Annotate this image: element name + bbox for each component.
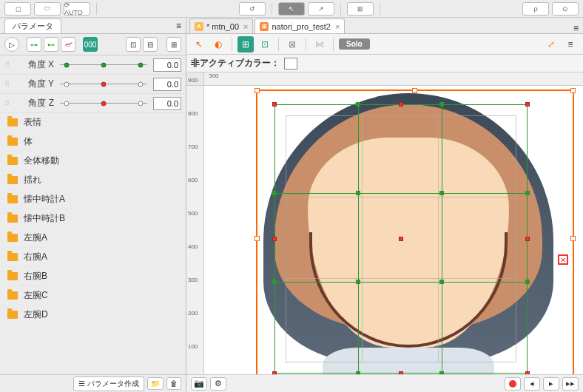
prev-icon[interactable]: ◂ bbox=[524, 377, 540, 391]
param-row-angle-x[interactable]: ⠿ 角度 X 0.0 bbox=[0, 55, 186, 75]
file-tab[interactable]: A * mtn_00 × bbox=[189, 18, 253, 33]
folder-item[interactable]: 左腕D bbox=[0, 305, 186, 325]
key-add-icon[interactable]: ⊶ bbox=[27, 37, 41, 52]
canvas-bottom-bar: 📷 ⚙ ◂ ▸ ▸▸ bbox=[186, 374, 583, 392]
inactive-color-label: 非アクティブカラー： bbox=[191, 57, 280, 70]
folder-item[interactable]: 表情 bbox=[0, 113, 186, 132]
toolbar-icon[interactable]: ⊞ bbox=[166, 37, 181, 52]
param-row-angle-y[interactable]: ⠿ 角度 Y 0.0 bbox=[0, 75, 186, 94]
auto-button[interactable]: ⟳ AUTO bbox=[64, 2, 90, 16]
folder-icon bbox=[7, 138, 18, 146]
folder-list: 表情 体 全体移動 揺れ 懐中時計A 懐中時計B 左腕A 右腕A 右腕B 左腕C… bbox=[0, 113, 186, 374]
folder-button[interactable]: 📁 bbox=[147, 377, 164, 390]
param-slider[interactable] bbox=[57, 59, 150, 71]
panel-menu-icon[interactable]: ≡ bbox=[176, 21, 181, 31]
next-icon[interactable]: ▸▸ bbox=[562, 377, 579, 391]
create-parameter-button[interactable]: ☰ パラメータ作成 bbox=[73, 376, 144, 391]
toolbar-button[interactable]: ↗ bbox=[308, 2, 334, 16]
lasso-tool-icon[interactable]: ◐ bbox=[210, 36, 226, 53]
folder-item[interactable]: 左腕C bbox=[0, 286, 186, 305]
close-icon[interactable]: × bbox=[335, 22, 340, 31]
parameter-toolbar: ▷ ⊶ ⊷ ○ 000 ⊡ ⊟ ⊞ bbox=[0, 34, 186, 55]
folder-icon bbox=[7, 195, 18, 203]
folder-icon bbox=[7, 291, 18, 300]
folder-item[interactable]: 左腕A bbox=[0, 229, 186, 248]
toolbar-button[interactable]: ρ bbox=[522, 2, 549, 16]
deformer-grid[interactable] bbox=[274, 104, 528, 374]
folder-icon bbox=[7, 214, 18, 223]
record-button[interactable] bbox=[505, 377, 521, 391]
cursor-tool-icon[interactable]: ↖ bbox=[278, 2, 305, 16]
param-label: 角度 Z bbox=[13, 97, 54, 109]
folder-icon bbox=[7, 234, 18, 242]
glue-icon[interactable]: ⋈ bbox=[311, 36, 328, 53]
grip-icon: ⠿ bbox=[4, 80, 10, 88]
file-tab-active[interactable]: ⊞ natori_pro_test2 × bbox=[255, 18, 345, 33]
panel-title[interactable]: パラメータ bbox=[4, 18, 61, 33]
param-label: 角度 Y bbox=[13, 78, 54, 90]
delete-button[interactable]: 🗑 bbox=[166, 377, 181, 390]
close-icon[interactable]: × bbox=[243, 22, 248, 31]
arrow-tool-icon[interactable]: ↖ bbox=[191, 36, 207, 53]
file-type-icon: A bbox=[195, 22, 203, 31]
solo-button[interactable]: Solo bbox=[339, 38, 370, 50]
file-type-icon: ⊞ bbox=[260, 22, 269, 31]
toolbar-icon[interactable]: ⊟ bbox=[143, 37, 158, 52]
folder-item[interactable]: 右腕A bbox=[0, 248, 186, 267]
tab-bar: A * mtn_00 × ⊞ natori_pro_test2 × ≡ bbox=[186, 18, 583, 34]
inactive-color-bar: 非アクティブカラー： bbox=[186, 55, 583, 72]
folder-icon bbox=[7, 311, 18, 319]
param-value-input[interactable]: 0.0 bbox=[153, 78, 181, 91]
folder-item[interactable]: 揺れ bbox=[0, 171, 186, 190]
viewport[interactable]: ✕ bbox=[204, 86, 583, 392]
app-toolbar: ◻ ⬭ ⟳ AUTO ↺ ↖ ↗ ⊞ ρ ⊙ bbox=[0, 0, 583, 18]
parameter-footer: ☰ パラメータ作成 📁 🗑 bbox=[0, 374, 186, 392]
folder-icon bbox=[7, 176, 18, 184]
delete-handle-icon[interactable]: ✕ bbox=[558, 254, 568, 265]
parameter-panel: パラメータ ≡ ▷ ⊶ ⊷ ○ 000 ⊡ ⊟ ⊞ ⠿ 角度 X bbox=[0, 18, 186, 392]
toolbar-icon[interactable]: ⊡ bbox=[126, 37, 141, 52]
resize-icon[interactable]: ⤢ bbox=[543, 36, 559, 53]
folder-icon bbox=[7, 253, 18, 261]
grid-tool-icon[interactable]: ⊡ bbox=[257, 36, 273, 53]
tab-menu-icon[interactable]: ≡ bbox=[569, 23, 583, 33]
folder-icon bbox=[7, 118, 18, 126]
grip-icon: ⠿ bbox=[4, 61, 10, 69]
folder-icon bbox=[7, 157, 18, 165]
camera-icon[interactable]: 📷 bbox=[191, 377, 207, 391]
settings-icon[interactable]: ⚙ bbox=[210, 377, 226, 391]
toolbar-button[interactable]: ⬭ bbox=[34, 2, 61, 16]
toolbar-button[interactable]: ⊞ bbox=[347, 2, 374, 16]
deform-icon[interactable]: ⊠ bbox=[284, 36, 300, 53]
param-value-input[interactable]: 0.0 bbox=[153, 97, 181, 110]
param-slider[interactable] bbox=[57, 98, 150, 109]
toolbar-button[interactable]: ◻ bbox=[4, 2, 31, 16]
param-row-angle-z[interactable]: ⠿ 角度 Z 0.0 bbox=[0, 94, 186, 113]
toolbar-icon[interactable]: 000 bbox=[83, 37, 98, 52]
param-slider[interactable] bbox=[57, 78, 150, 90]
folder-item[interactable]: 全体移動 bbox=[0, 152, 186, 171]
param-label: 角度 X bbox=[13, 58, 54, 71]
toolbar-button[interactable]: ⊙ bbox=[552, 2, 579, 16]
folder-item[interactable]: 懐中時計B bbox=[0, 209, 186, 229]
key-add-icon[interactable]: ⊷ bbox=[44, 37, 58, 52]
key-remove-icon[interactable]: ○ bbox=[61, 37, 75, 52]
folder-item[interactable]: 体 bbox=[0, 132, 186, 152]
folder-icon bbox=[7, 272, 18, 280]
folder-item[interactable]: 右腕B bbox=[0, 267, 186, 286]
ruler-horizontal: 300 bbox=[204, 72, 583, 86]
canvas-panel: A * mtn_00 × ⊞ natori_pro_test2 × ≡ ↖ ◐ … bbox=[186, 18, 583, 392]
canvas-area[interactable]: 300 900 800 700 600 500 400 300 200 100 … bbox=[186, 72, 583, 392]
ruler-vertical: 900 800 700 600 500 400 300 200 100 0 bbox=[186, 86, 204, 392]
toolbar-button[interactable]: ↺ bbox=[239, 2, 266, 16]
play-button[interactable]: ▷ bbox=[4, 37, 19, 52]
menu-icon[interactable]: ≡ bbox=[562, 36, 579, 53]
canvas-toolbar: ↖ ◐ ⊞ ⊡ ⊠ ⋈ Solo ⤢ ≡ bbox=[186, 34, 583, 55]
grip-icon: ⠿ bbox=[4, 99, 10, 107]
grid-tool-icon[interactable]: ⊞ bbox=[237, 36, 254, 53]
play-icon[interactable]: ▸ bbox=[543, 377, 559, 391]
color-swatch[interactable] bbox=[284, 58, 297, 70]
folder-item[interactable]: 懐中時計A bbox=[0, 190, 186, 209]
param-value-input[interactable]: 0.0 bbox=[153, 58, 181, 72]
